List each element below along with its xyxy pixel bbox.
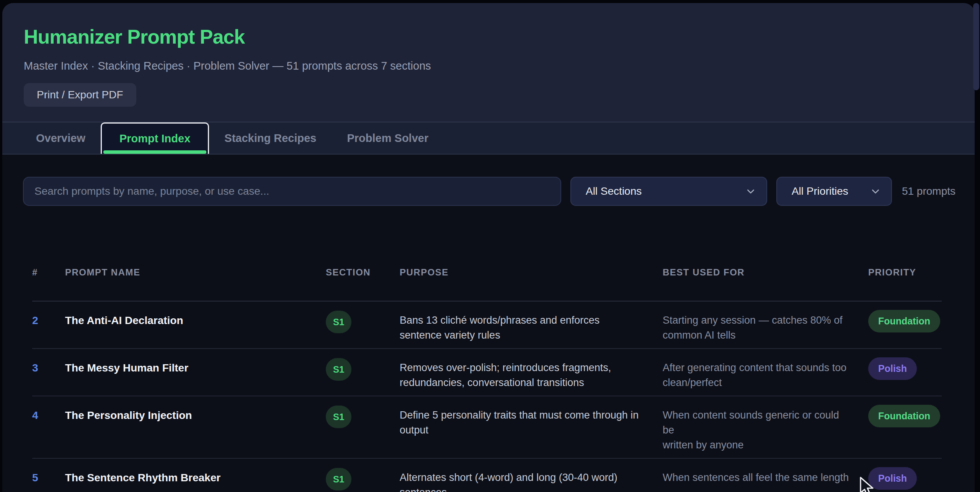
col-priority: PRIORITY (868, 267, 942, 278)
tab-label: Overview (36, 132, 85, 145)
main-content: All Sections All Priorities 51 prompts #… (2, 177, 975, 492)
row-number: 2 (32, 313, 65, 343)
tab-label: Prompt Index (119, 132, 190, 145)
chevron-down-icon (746, 186, 756, 196)
prompt-name: The Sentence Rhythm Breaker (65, 470, 326, 492)
tab-label: Stacking Recipes (224, 132, 316, 145)
priority-filter-dropdown[interactable]: All Priorities (776, 177, 892, 206)
section-badge: S1 (326, 468, 351, 490)
best-used-text: After generating content that sounds too… (663, 360, 868, 390)
prompt-name: The Personality Injection (65, 408, 326, 453)
tab-stacking-recipes[interactable]: Stacking Recipes (209, 122, 332, 154)
purpose-text: Removes over-polish; reintroduces fragme… (400, 360, 663, 390)
table-row[interactable]: 3 The Messy Human Filter S1 Removes over… (32, 349, 942, 396)
priority-badge: Foundation (868, 405, 940, 427)
prompt-name: The Anti-AI Declaration (65, 313, 326, 343)
best-used-text: When content sounds generic or could be … (663, 408, 868, 453)
row-number: 5 (32, 470, 65, 492)
purpose-text: Alternates short (4-word) and long (30-4… (400, 470, 663, 492)
prompt-count: 51 prompts (902, 185, 956, 197)
col-best-used-for: BEST USED FOR (663, 267, 868, 278)
tab-overview[interactable]: Overview (21, 122, 101, 154)
search-input[interactable] (23, 177, 561, 206)
section-cell: S1 (326, 313, 400, 343)
mouse-cursor (858, 477, 877, 492)
section-badge: S1 (326, 406, 351, 428)
tab-problem-solver[interactable]: Problem Solver (332, 122, 444, 154)
col-section: SECTION (326, 267, 400, 278)
best-used-text: When sentences all feel the same length (663, 470, 868, 492)
section-filter-value: All Sections (586, 185, 642, 197)
app-window: Humanizer Prompt Pack Master Index · Sta… (2, 3, 975, 492)
col-purpose: PURPOSE (400, 267, 663, 278)
section-cell: S1 (326, 360, 400, 390)
tab-label: Problem Solver (347, 132, 428, 145)
chevron-down-icon (871, 186, 880, 196)
priority-badge: Foundation (868, 310, 940, 332)
tab-prompt-index[interactable]: Prompt Index (101, 122, 209, 154)
row-number: 4 (32, 408, 65, 453)
col-number: # (32, 267, 65, 278)
page-header: Humanizer Prompt Pack Master Index · Sta… (2, 3, 975, 122)
section-cell: S1 (326, 408, 400, 453)
row-number: 3 (32, 360, 65, 390)
priority-filter-value: All Priorities (792, 185, 848, 197)
prompt-table: # PROMPT NAME SECTION PURPOSE BEST USED … (32, 253, 942, 492)
priority-badge: Polish (868, 357, 917, 380)
table-row[interactable]: 5 The Sentence Rhythm Breaker S1 Alterna… (32, 459, 942, 492)
best-used-text: Starting any session — catches 80% of co… (663, 313, 868, 343)
tab-bar: Overview Prompt Index Stacking Recipes P… (2, 122, 975, 155)
table-header-row: # PROMPT NAME SECTION PURPOSE BEST USED … (32, 253, 942, 301)
prompt-name: The Messy Human Filter (65, 360, 326, 390)
print-export-button[interactable]: Print / Export PDF (24, 83, 136, 107)
purpose-text: Define 5 personality traits that must co… (400, 408, 663, 453)
priority-cell: Foundation (868, 408, 942, 453)
priority-cell: Polish (868, 360, 942, 390)
section-badge: S1 (326, 311, 351, 333)
table-body: 2 The Anti-AI Declaration S1 Bans 13 cli… (32, 301, 942, 492)
priority-cell: Foundation (868, 313, 942, 343)
col-prompt-name: PROMPT NAME (65, 267, 326, 278)
section-filter-dropdown[interactable]: All Sections (570, 177, 767, 206)
section-cell: S1 (326, 470, 400, 492)
page-title: Humanizer Prompt Pack (24, 25, 975, 48)
section-badge: S1 (326, 358, 351, 381)
priority-cell: Polish (868, 470, 942, 492)
purpose-text: Bans 13 cliché words/phrases and enforce… (400, 313, 663, 343)
table-row[interactable]: 2 The Anti-AI Declaration S1 Bans 13 cli… (32, 301, 942, 349)
table-row[interactable]: 4 The Personality Injection S1 Define 5 … (32, 396, 942, 459)
scrollbar-thumb[interactable] (973, 3, 979, 90)
filter-controls: All Sections All Priorities 51 prompts (23, 177, 956, 206)
page-subtitle: Master Index · Stacking Recipes · Proble… (24, 60, 975, 72)
